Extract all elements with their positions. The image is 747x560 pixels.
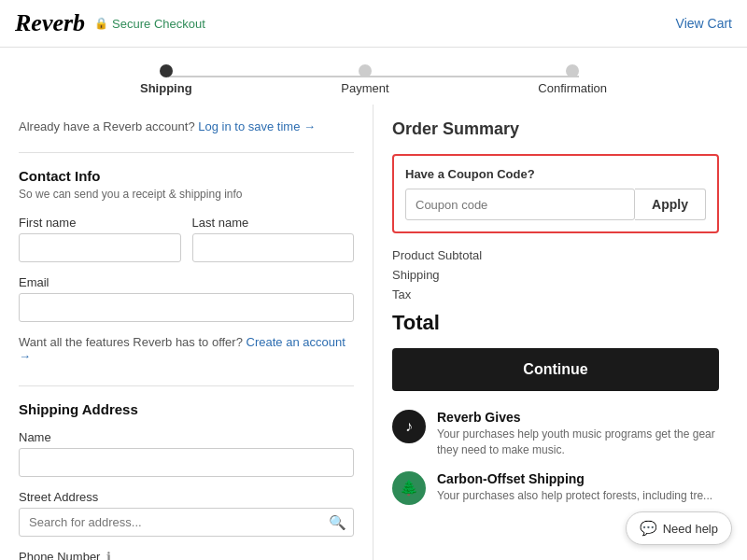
first-name-input[interactable] (19, 233, 181, 262)
continue-button[interactable]: Continue (392, 348, 719, 391)
benefits-section: ♪ Reverb Gives Your purchases help youth… (392, 410, 719, 505)
name-row: First name Last name (19, 216, 354, 262)
carbon-icon: 🌲 (392, 471, 426, 505)
shipping-line: Shipping (392, 268, 719, 282)
street-label: Street Address (19, 490, 354, 504)
first-name-label: First name (19, 216, 181, 230)
music-note-icon: ♪ (405, 418, 413, 435)
step-dot-shipping (160, 64, 173, 77)
phone-group: Phone Number ℹ (19, 550, 354, 560)
need-help-label: Need help (663, 522, 718, 536)
coupon-code-input[interactable] (405, 189, 635, 220)
phone-label: Phone Number ℹ (19, 550, 354, 560)
step-label-confirmation: Confirmation (538, 81, 607, 95)
logo: Reverb (15, 9, 85, 37)
last-name-group: Last name (192, 216, 355, 262)
carbon-offset-item: 🌲 Carbon-Offset Shipping Your purchases … (392, 471, 719, 505)
chat-icon: 💬 (640, 520, 657, 537)
apply-coupon-button[interactable]: Apply (635, 189, 706, 220)
contact-info-title: Contact Info (19, 168, 354, 184)
name-label: Name (19, 430, 354, 444)
login-prompt: Already have a Reverb account? Log in to… (19, 119, 354, 133)
step-payment: Payment (341, 64, 388, 95)
first-name-group: First name (19, 216, 181, 262)
email-input[interactable] (19, 293, 354, 322)
step-dot-confirmation (566, 64, 579, 77)
coupon-input-row: Apply (405, 189, 706, 220)
view-cart-link[interactable]: View Cart (676, 16, 732, 31)
name-group: Name (19, 430, 354, 477)
tax-line: Tax (392, 287, 719, 301)
reverb-gives-desc: Your purchases help youth music programs… (437, 427, 719, 458)
product-subtotal-line: Product Subtotal (392, 248, 719, 262)
checkout-progress: Shipping Payment Confirmation (0, 48, 747, 105)
carbon-title: Carbon-Offset Shipping (437, 471, 719, 486)
last-name-label: Last name (192, 216, 355, 230)
secure-checkout-label: 🔒 Secure Checkout (94, 17, 205, 31)
step-shipping: Shipping (140, 64, 192, 95)
steps-container: Shipping Payment Confirmation (140, 64, 607, 95)
reverb-gives-icon: ♪ (392, 410, 426, 443)
header-left: Reverb 🔒 Secure Checkout (15, 9, 205, 37)
divider-1 (19, 152, 354, 153)
street-input-wrap: 🔍 (19, 508, 354, 537)
last-name-input[interactable] (192, 233, 355, 262)
step-confirmation: Confirmation (538, 64, 607, 95)
street-input[interactable] (19, 508, 354, 537)
carbon-text: Carbon-Offset Shipping Your purchases al… (437, 471, 719, 504)
main-content: Already have a Reverb account? Log in to… (0, 105, 747, 560)
email-group: Email (19, 275, 354, 322)
need-help-button[interactable]: 💬 Need help (626, 511, 732, 545)
reverb-gives-item: ♪ Reverb Gives Your purchases help youth… (392, 410, 719, 458)
carbon-desc: Your purchases also help protect forests… (437, 488, 719, 504)
login-link[interactable]: Log in to save time → (198, 119, 316, 133)
coupon-section: Have a Coupon Code? Apply (392, 154, 719, 233)
header: Reverb 🔒 Secure Checkout View Cart (0, 0, 747, 48)
tree-icon: 🌲 (400, 479, 418, 497)
email-label: Email (19, 275, 354, 289)
divider-2 (19, 385, 354, 386)
shipping-address-title: Shipping Address (19, 401, 354, 417)
lock-icon: 🔒 (94, 17, 108, 30)
street-group: Street Address 🔍 (19, 490, 354, 537)
order-summary-title: Order Summary (392, 119, 719, 139)
coupon-label: Have a Coupon Code? (405, 167, 706, 181)
step-label-payment: Payment (341, 81, 388, 95)
create-account-prompt: Want all the features Reverb has to offe… (19, 335, 354, 363)
total-label: Total (392, 311, 719, 335)
contact-info-subtitle: So we can send you a receipt & shipping … (19, 188, 354, 201)
step-label-shipping: Shipping (140, 81, 192, 95)
name-input[interactable] (19, 448, 354, 477)
right-panel: Order Summary Have a Coupon Code? Apply … (374, 105, 738, 560)
left-panel: Already have a Reverb account? Log in to… (0, 105, 374, 560)
reverb-gives-text: Reverb Gives Your purchases help youth m… (437, 410, 719, 458)
step-dot-payment (359, 64, 372, 77)
reverb-gives-title: Reverb Gives (437, 410, 719, 425)
phone-info-icon: ℹ (106, 550, 111, 560)
street-search-icon[interactable]: 🔍 (329, 514, 346, 531)
